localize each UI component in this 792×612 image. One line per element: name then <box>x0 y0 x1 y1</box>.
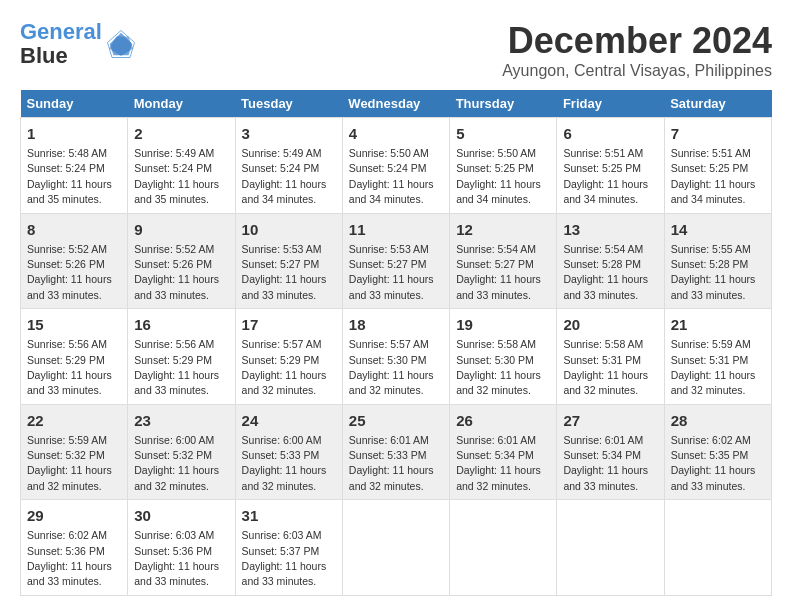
calendar-cell: 15Sunrise: 5:56 AMSunset: 5:29 PMDayligh… <box>21 309 128 405</box>
day-number: 14 <box>671 219 765 240</box>
day-info: Sunrise: 6:03 AMSunset: 5:36 PMDaylight:… <box>134 529 219 587</box>
calendar-cell: 8Sunrise: 5:52 AMSunset: 5:26 PMDaylight… <box>21 213 128 309</box>
day-info: Sunrise: 6:00 AMSunset: 5:33 PMDaylight:… <box>242 434 327 492</box>
logo-text: GeneralBlue <box>20 20 102 68</box>
day-number: 26 <box>456 410 550 431</box>
weekday-header-monday: Monday <box>128 90 235 118</box>
calendar-cell: 11Sunrise: 5:53 AMSunset: 5:27 PMDayligh… <box>342 213 449 309</box>
day-info: Sunrise: 5:49 AMSunset: 5:24 PMDaylight:… <box>134 147 219 205</box>
day-info: Sunrise: 5:52 AMSunset: 5:26 PMDaylight:… <box>134 243 219 301</box>
calendar-cell: 7Sunrise: 5:51 AMSunset: 5:25 PMDaylight… <box>664 118 771 214</box>
calendar-cell: 31Sunrise: 6:03 AMSunset: 5:37 PMDayligh… <box>235 500 342 596</box>
calendar-cell: 29Sunrise: 6:02 AMSunset: 5:36 PMDayligh… <box>21 500 128 596</box>
calendar-cell: 4Sunrise: 5:50 AMSunset: 5:24 PMDaylight… <box>342 118 449 214</box>
day-info: Sunrise: 6:01 AMSunset: 5:34 PMDaylight:… <box>456 434 541 492</box>
day-number: 27 <box>563 410 657 431</box>
day-info: Sunrise: 6:00 AMSunset: 5:32 PMDaylight:… <box>134 434 219 492</box>
day-number: 16 <box>134 314 228 335</box>
svg-marker-2 <box>109 37 133 57</box>
logo: GeneralBlue <box>20 20 136 68</box>
calendar-cell: 30Sunrise: 6:03 AMSunset: 5:36 PMDayligh… <box>128 500 235 596</box>
calendar-cell: 26Sunrise: 6:01 AMSunset: 5:34 PMDayligh… <box>450 404 557 500</box>
weekday-header-friday: Friday <box>557 90 664 118</box>
day-info: Sunrise: 5:50 AMSunset: 5:24 PMDaylight:… <box>349 147 434 205</box>
day-number: 22 <box>27 410 121 431</box>
calendar-cell: 28Sunrise: 6:02 AMSunset: 5:35 PMDayligh… <box>664 404 771 500</box>
day-info: Sunrise: 6:01 AMSunset: 5:33 PMDaylight:… <box>349 434 434 492</box>
calendar-cell: 17Sunrise: 5:57 AMSunset: 5:29 PMDayligh… <box>235 309 342 405</box>
day-number: 4 <box>349 123 443 144</box>
calendar-cell: 22Sunrise: 5:59 AMSunset: 5:32 PMDayligh… <box>21 404 128 500</box>
calendar-cell: 20Sunrise: 5:58 AMSunset: 5:31 PMDayligh… <box>557 309 664 405</box>
day-number: 18 <box>349 314 443 335</box>
day-info: Sunrise: 5:53 AMSunset: 5:27 PMDaylight:… <box>349 243 434 301</box>
day-info: Sunrise: 5:48 AMSunset: 5:24 PMDaylight:… <box>27 147 112 205</box>
day-info: Sunrise: 5:52 AMSunset: 5:26 PMDaylight:… <box>27 243 112 301</box>
day-info: Sunrise: 5:58 AMSunset: 5:31 PMDaylight:… <box>563 338 648 396</box>
day-number: 13 <box>563 219 657 240</box>
day-info: Sunrise: 5:55 AMSunset: 5:28 PMDaylight:… <box>671 243 756 301</box>
day-number: 17 <box>242 314 336 335</box>
title-block: December 2024 Ayungon, Central Visayas, … <box>502 20 772 80</box>
day-number: 1 <box>27 123 121 144</box>
day-info: Sunrise: 5:59 AMSunset: 5:31 PMDaylight:… <box>671 338 756 396</box>
calendar-cell: 25Sunrise: 6:01 AMSunset: 5:33 PMDayligh… <box>342 404 449 500</box>
day-info: Sunrise: 5:51 AMSunset: 5:25 PMDaylight:… <box>563 147 648 205</box>
calendar-cell: 13Sunrise: 5:54 AMSunset: 5:28 PMDayligh… <box>557 213 664 309</box>
calendar-cell: 10Sunrise: 5:53 AMSunset: 5:27 PMDayligh… <box>235 213 342 309</box>
day-info: Sunrise: 5:57 AMSunset: 5:29 PMDaylight:… <box>242 338 327 396</box>
calendar-cell: 12Sunrise: 5:54 AMSunset: 5:27 PMDayligh… <box>450 213 557 309</box>
calendar-cell: 2Sunrise: 5:49 AMSunset: 5:24 PMDaylight… <box>128 118 235 214</box>
day-info: Sunrise: 5:56 AMSunset: 5:29 PMDaylight:… <box>134 338 219 396</box>
day-info: Sunrise: 5:54 AMSunset: 5:28 PMDaylight:… <box>563 243 648 301</box>
calendar-row-3: 15Sunrise: 5:56 AMSunset: 5:29 PMDayligh… <box>21 309 772 405</box>
calendar-cell: 1Sunrise: 5:48 AMSunset: 5:24 PMDaylight… <box>21 118 128 214</box>
day-number: 30 <box>134 505 228 526</box>
day-number: 25 <box>349 410 443 431</box>
calendar-row-1: 1Sunrise: 5:48 AMSunset: 5:24 PMDaylight… <box>21 118 772 214</box>
day-info: Sunrise: 6:02 AMSunset: 5:36 PMDaylight:… <box>27 529 112 587</box>
day-info: Sunrise: 5:53 AMSunset: 5:27 PMDaylight:… <box>242 243 327 301</box>
weekday-header-sunday: Sunday <box>21 90 128 118</box>
day-info: Sunrise: 5:59 AMSunset: 5:32 PMDaylight:… <box>27 434 112 492</box>
day-info: Sunrise: 6:03 AMSunset: 5:37 PMDaylight:… <box>242 529 327 587</box>
location-title: Ayungon, Central Visayas, Philippines <box>502 62 772 80</box>
calendar-cell <box>664 500 771 596</box>
page-header: GeneralBlue December 2024 Ayungon, Centr… <box>20 20 772 80</box>
calendar-cell: 19Sunrise: 5:58 AMSunset: 5:30 PMDayligh… <box>450 309 557 405</box>
calendar-row-2: 8Sunrise: 5:52 AMSunset: 5:26 PMDaylight… <box>21 213 772 309</box>
day-number: 12 <box>456 219 550 240</box>
calendar-cell: 5Sunrise: 5:50 AMSunset: 5:25 PMDaylight… <box>450 118 557 214</box>
day-number: 31 <box>242 505 336 526</box>
calendar-cell: 24Sunrise: 6:00 AMSunset: 5:33 PMDayligh… <box>235 404 342 500</box>
day-number: 7 <box>671 123 765 144</box>
weekday-header-wednesday: Wednesday <box>342 90 449 118</box>
day-number: 10 <box>242 219 336 240</box>
calendar-cell: 18Sunrise: 5:57 AMSunset: 5:30 PMDayligh… <box>342 309 449 405</box>
calendar-row-5: 29Sunrise: 6:02 AMSunset: 5:36 PMDayligh… <box>21 500 772 596</box>
day-info: Sunrise: 5:57 AMSunset: 5:30 PMDaylight:… <box>349 338 434 396</box>
day-info: Sunrise: 5:54 AMSunset: 5:27 PMDaylight:… <box>456 243 541 301</box>
logo-icon <box>106 29 136 59</box>
day-number: 21 <box>671 314 765 335</box>
calendar-table: SundayMondayTuesdayWednesdayThursdayFrid… <box>20 90 772 596</box>
day-number: 6 <box>563 123 657 144</box>
day-number: 23 <box>134 410 228 431</box>
month-title: December 2024 <box>502 20 772 62</box>
day-info: Sunrise: 5:50 AMSunset: 5:25 PMDaylight:… <box>456 147 541 205</box>
calendar-cell: 3Sunrise: 5:49 AMSunset: 5:24 PMDaylight… <box>235 118 342 214</box>
day-info: Sunrise: 5:51 AMSunset: 5:25 PMDaylight:… <box>671 147 756 205</box>
day-info: Sunrise: 5:56 AMSunset: 5:29 PMDaylight:… <box>27 338 112 396</box>
calendar-cell <box>557 500 664 596</box>
calendar-cell <box>450 500 557 596</box>
day-info: Sunrise: 6:01 AMSunset: 5:34 PMDaylight:… <box>563 434 648 492</box>
calendar-cell: 14Sunrise: 5:55 AMSunset: 5:28 PMDayligh… <box>664 213 771 309</box>
day-number: 5 <box>456 123 550 144</box>
calendar-cell: 21Sunrise: 5:59 AMSunset: 5:31 PMDayligh… <box>664 309 771 405</box>
weekday-header-tuesday: Tuesday <box>235 90 342 118</box>
weekday-header-saturday: Saturday <box>664 90 771 118</box>
day-number: 29 <box>27 505 121 526</box>
day-number: 11 <box>349 219 443 240</box>
day-number: 28 <box>671 410 765 431</box>
calendar-cell: 23Sunrise: 6:00 AMSunset: 5:32 PMDayligh… <box>128 404 235 500</box>
